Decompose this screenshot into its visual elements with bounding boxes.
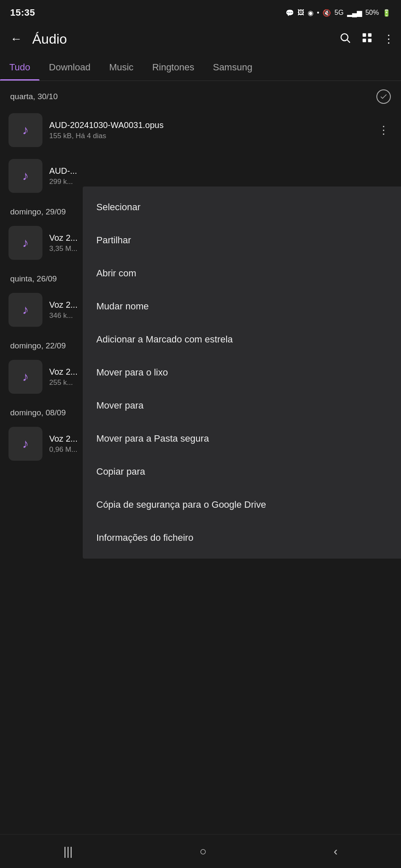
context-menu-overlay[interactable]: Selecionar Partilhar Abrir com Mudar nom… <box>0 0 401 868</box>
menu-item-copia-seguranca[interactable]: Cópia de segurança para o Google Drive <box>83 488 401 521</box>
menu-item-informacoes[interactable]: Informações do ficheiro <box>83 521 401 554</box>
menu-item-mover-para[interactable]: Mover para <box>83 389 401 422</box>
menu-item-mover-pasta-segura[interactable]: Mover para a Pasta segura <box>83 422 401 455</box>
menu-item-selecionar[interactable]: Selecionar <box>83 191 401 224</box>
menu-item-abrir-com[interactable]: Abrir com <box>83 257 401 290</box>
menu-item-mover-lixo[interactable]: Mover para o lixo <box>83 356 401 389</box>
menu-item-mudar-nome[interactable]: Mudar nome <box>83 290 401 323</box>
menu-item-copiar-para[interactable]: Copiar para <box>83 455 401 488</box>
menu-item-partilhar[interactable]: Partilhar <box>83 224 401 257</box>
menu-item-adicionar-marcado[interactable]: Adicionar a Marcado com estrela <box>83 323 401 356</box>
context-menu: Selecionar Partilhar Abrir com Mudar nom… <box>83 186 401 559</box>
